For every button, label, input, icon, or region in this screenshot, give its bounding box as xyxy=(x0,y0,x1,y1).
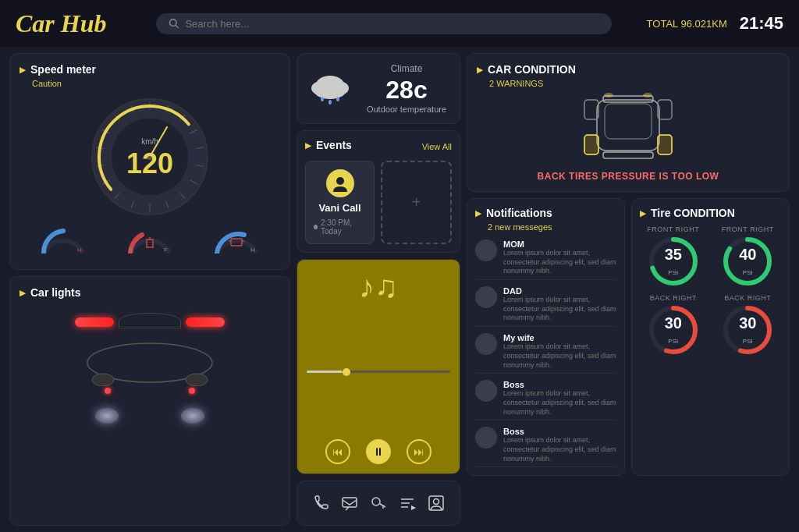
play-pause-button[interactable]: ⏸ xyxy=(366,439,391,464)
playlist-icon xyxy=(399,495,416,512)
events-header: ▶ Events View All xyxy=(305,139,452,154)
main-layout: ▶ Speed meter Caution xyxy=(0,47,799,532)
right-column: ▶ CAR CONDITION 2 WARNINGS xyxy=(467,53,790,526)
notif-name-boss1: Boss xyxy=(503,380,616,389)
profile-icon-button[interactable] xyxy=(421,488,450,519)
tire-title: ▶ Tire CONDITION xyxy=(640,207,781,219)
music-progress-bar[interactable] xyxy=(307,371,450,373)
svg-point-38 xyxy=(186,374,208,386)
tire-title-label: Tire CONDITION xyxy=(651,207,735,219)
speed-value: km/h 120 xyxy=(126,133,173,180)
notif-header: ▶ Notifications 2 new messeges xyxy=(475,207,616,232)
notif-text-boss2: Lorem ipsum dolor sit amet, consectetur … xyxy=(503,436,616,463)
logo: Car Hub xyxy=(16,9,140,38)
svg-text:F: F xyxy=(164,246,168,254)
notif-item: Boss Lorem ipsum dolor sit amet, consect… xyxy=(475,377,616,420)
tire-psi-br: 30 xyxy=(739,314,756,332)
speed-arrow-icon: ▶ xyxy=(20,66,26,74)
phone-icon xyxy=(312,495,329,512)
events-panel: ▶ Events View All Vani Call xyxy=(297,130,460,253)
tire-front-left: FRONT RIGHT 35 PSI xyxy=(640,225,707,286)
notif-avatar-boss1 xyxy=(475,380,497,402)
svg-line-1 xyxy=(176,25,178,27)
svg-rect-66 xyxy=(584,135,598,154)
view-all-button[interactable]: View All xyxy=(422,142,452,151)
next-button[interactable]: ⏭ xyxy=(407,439,431,464)
right-bottom-row: ▶ Notifications 2 new messeges MOM Lorem… xyxy=(467,198,790,476)
temp-gauge: C H xyxy=(40,225,87,254)
svg-point-0 xyxy=(169,20,176,27)
notif-name-boss2: Boss xyxy=(503,427,616,436)
svg-rect-47 xyxy=(343,498,357,507)
svg-text:H: H xyxy=(250,246,255,254)
middle-column: Climate 28c Outdoor temperature ▶ Events… xyxy=(297,53,460,526)
left-front-beam xyxy=(75,317,114,327)
notif-content-dad: DAD Lorem ipsum dolor sit amet, consecte… xyxy=(503,286,616,323)
temp-gauge-svg: C H xyxy=(40,225,87,254)
tire-label-bl: BACK RIGHT xyxy=(650,294,697,302)
fuel-gauge: E F xyxy=(126,225,173,254)
svg-point-43 xyxy=(321,97,324,101)
notifications-panel: ▶ Notifications 2 new messeges MOM Lorem… xyxy=(467,198,625,476)
left-light-dot xyxy=(105,388,111,394)
tire-gauge-fr: 40 PSI xyxy=(723,236,772,286)
tire-label-fr: FRONT RIGHT xyxy=(722,225,774,233)
key-icon xyxy=(370,495,387,512)
message-icon xyxy=(341,495,358,512)
svg-text:E: E xyxy=(129,246,133,254)
key-icon-button[interactable] xyxy=(364,488,393,519)
event-card-vani[interactable]: Vani Call 2:30 PM, Today xyxy=(305,161,375,244)
notif-text-boss1: Lorem ipsum dolor sit amet, consectetur … xyxy=(503,389,616,417)
notif-text-wife: Lorem ipsum dolor sit amet, consectetur … xyxy=(503,342,616,370)
playlist-icon-button[interactable] xyxy=(392,488,421,519)
time-dot xyxy=(314,225,318,229)
car-top-view-svg xyxy=(550,88,706,166)
add-icon: + xyxy=(412,193,421,211)
svg-text:C: C xyxy=(42,246,47,254)
tire-gauge-bl: 30 PSI xyxy=(648,305,698,355)
search-input[interactable] xyxy=(185,18,599,30)
music-controls: ⏮ ⏸ ⏭ xyxy=(325,439,431,464)
header-right: TOTAL 96.021KM 21:45 xyxy=(627,13,783,34)
search-bar-container[interactable] xyxy=(156,13,612,34)
car-condition-label: CAR CONDITION xyxy=(488,63,576,76)
speed-caution: Caution xyxy=(32,79,280,88)
prev-button[interactable]: ⏮ xyxy=(325,439,350,464)
notif-content-boss1: Boss Lorem ipsum dolor sit amet, consect… xyxy=(503,380,616,417)
tire-label-br: BACK RIGHT xyxy=(724,294,771,302)
add-event-button[interactable]: + xyxy=(381,161,452,244)
tire-grid: FRONT RIGHT 35 PSI xyxy=(640,225,781,355)
tire-value-bl: 30 PSI xyxy=(665,314,682,346)
car-lights-arrow-icon: ▶ xyxy=(20,289,26,297)
music-progress-fill xyxy=(307,371,343,373)
car-lights-visual xyxy=(20,307,280,424)
tire-front-right: FRONT RIGHT 40 PSI xyxy=(715,225,782,286)
notif-title: ▶ Notifications xyxy=(475,207,616,219)
event-avatar xyxy=(326,169,354,197)
svg-point-37 xyxy=(92,374,114,386)
events-arrow-icon: ▶ xyxy=(305,141,311,150)
tire-psi-label-fr: PSI xyxy=(743,269,753,276)
tire-value-fl: 35 PSI xyxy=(665,246,682,278)
notif-subtitle: 2 new messeges xyxy=(488,222,616,232)
tire-psi-fr: 40 xyxy=(739,246,756,264)
svg-point-57 xyxy=(433,499,439,505)
notif-item: My wife Lorem ipsum dolor sit amet, cons… xyxy=(475,330,616,374)
bottom-nav xyxy=(297,481,460,526)
tire-gauge-br: 30 PSI xyxy=(723,305,772,355)
notif-content-boss2: Boss Lorem ipsum dolor sit amet, consect… xyxy=(503,427,616,463)
event-time-text: 2:30 PM, Today xyxy=(321,218,366,236)
gauges-row: C H E F xyxy=(20,219,280,260)
notif-content-mom: MOM Lorem ipsum dolor sit amet, consecte… xyxy=(503,239,616,276)
notif-item: DAD Lorem ipsum dolor sit amet, consecte… xyxy=(475,283,616,327)
fuel-gauge-svg: E F xyxy=(126,225,173,254)
engine-gauge-svg: C H xyxy=(213,225,260,254)
message-icon-button[interactable] xyxy=(336,488,364,519)
climate-panel: Climate 28c Outdoor temperature xyxy=(297,53,460,124)
car-condition-title: ▶ CAR CONDITION xyxy=(477,63,779,76)
svg-point-68 xyxy=(604,93,613,98)
tire-label-fl: FRONT RIGHT xyxy=(647,225,699,233)
notif-avatar-boss2 xyxy=(475,427,497,449)
notif-list: MOM Lorem ipsum dolor sit amet, consecte… xyxy=(475,236,616,467)
phone-icon-button[interactable] xyxy=(307,488,336,519)
